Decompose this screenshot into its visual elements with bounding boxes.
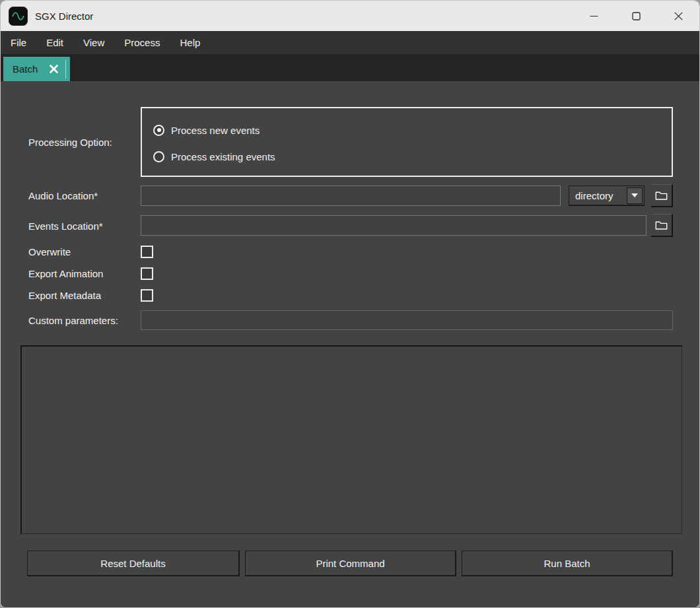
events-location-label: Events Location* bbox=[28, 220, 103, 232]
app-logo-sine-wave-icon bbox=[9, 7, 28, 26]
menu-view[interactable]: View bbox=[75, 33, 112, 52]
menu-file[interactable]: File bbox=[3, 33, 34, 52]
processing-option-group: Process new events Process existing even… bbox=[141, 107, 673, 177]
folder-icon bbox=[655, 219, 668, 231]
audio-location-label: Audio Location* bbox=[28, 190, 98, 201]
chevron-down-icon bbox=[631, 193, 638, 197]
export-animation-label: Export Animation bbox=[28, 268, 103, 279]
combo-arrow-button[interactable] bbox=[627, 187, 643, 204]
export-metadata-checkbox[interactable] bbox=[141, 289, 153, 302]
folder-icon bbox=[655, 189, 668, 201]
menu-bar: File Edit View Process Help bbox=[1, 31, 699, 54]
custom-parameters-label: Custom parameters: bbox=[28, 315, 118, 326]
minimize-icon bbox=[590, 12, 598, 20]
tab-separator bbox=[65, 59, 66, 79]
tab-batch-label: Batch bbox=[13, 63, 38, 75]
minimize-button[interactable] bbox=[573, 1, 615, 31]
radio-row-new-events[interactable]: Process new events bbox=[153, 117, 672, 143]
audio-location-type-select[interactable]: directory bbox=[569, 186, 645, 206]
reset-defaults-button[interactable]: Reset Defaults bbox=[27, 551, 240, 576]
print-command-button[interactable]: Print Command bbox=[245, 551, 456, 576]
audio-location-input[interactable] bbox=[141, 186, 561, 206]
events-location-browse-button[interactable] bbox=[651, 214, 673, 237]
tab-strip: Batch bbox=[1, 54, 699, 81]
app-window: SGX Director File Edit View bbox=[0, 0, 700, 608]
window-title: SGX Director bbox=[35, 11, 93, 22]
custom-parameters-input[interactable] bbox=[141, 310, 673, 330]
export-metadata-label: Export Metadata bbox=[28, 290, 101, 301]
output-log-panel[interactable] bbox=[20, 345, 682, 534]
tab-close-icon[interactable] bbox=[47, 63, 60, 76]
maximize-icon bbox=[632, 12, 641, 20]
run-batch-button[interactable]: Run Batch bbox=[462, 551, 673, 576]
maximize-button[interactable] bbox=[615, 1, 657, 31]
export-animation-checkbox[interactable] bbox=[141, 267, 153, 280]
close-button[interactable] bbox=[657, 1, 699, 31]
radio-row-existing-events[interactable]: Process existing events bbox=[153, 143, 672, 170]
audio-location-browse-button[interactable] bbox=[651, 184, 673, 207]
title-bar[interactable]: SGX Director bbox=[1, 1, 699, 31]
overwrite-label: Overwrite bbox=[28, 246, 71, 257]
radio-label-new-events: Process new events bbox=[171, 125, 260, 136]
close-icon bbox=[674, 12, 683, 20]
window-controls bbox=[573, 1, 699, 31]
radio-process-existing-events[interactable] bbox=[153, 151, 164, 162]
combo-selected-value: directory bbox=[569, 190, 627, 201]
tab-batch[interactable]: Batch bbox=[3, 57, 70, 81]
overwrite-checkbox[interactable] bbox=[141, 246, 153, 258]
radio-process-new-events[interactable] bbox=[153, 125, 164, 136]
processing-option-label: Processing Option: bbox=[28, 137, 112, 148]
events-location-input[interactable] bbox=[141, 215, 647, 236]
menu-process[interactable]: Process bbox=[116, 33, 168, 52]
radio-label-existing-events: Process existing events bbox=[171, 151, 275, 162]
menu-help[interactable]: Help bbox=[172, 33, 208, 52]
menu-edit[interactable]: Edit bbox=[38, 33, 71, 52]
batch-panel: Processing Option: Process new events Pr… bbox=[1, 81, 699, 607]
